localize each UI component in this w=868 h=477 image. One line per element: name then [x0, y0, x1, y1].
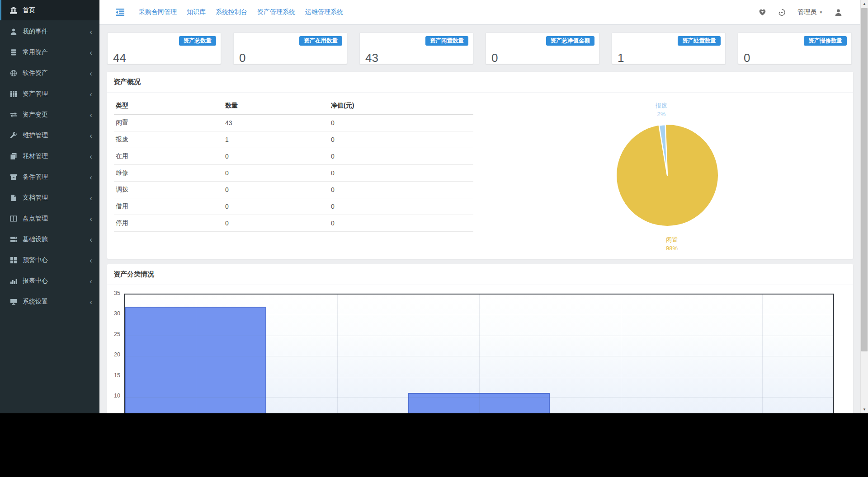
stat-card-3: 资产总净值金额0 — [486, 33, 599, 64]
sidebar-item-1[interactable]: 常用资产‹ — [0, 42, 99, 63]
sidebar-item-9[interactable]: 盘点管理‹ — [0, 208, 99, 229]
pie-chart — [616, 124, 718, 226]
pie-label-scrapped: 报废2% — [637, 101, 686, 118]
chevron-left-icon: ‹ — [90, 277, 92, 285]
sidebar-item-label: 软件资产 — [23, 69, 48, 77]
column-header: 数量 — [223, 99, 329, 114]
y-axis-tick-label: 25 — [103, 331, 120, 337]
nav-link-0[interactable]: 采购合同管理 — [139, 8, 177, 16]
nav-link-3[interactable]: 资产管理系统 — [257, 8, 295, 16]
column-header: 类型 — [114, 99, 223, 114]
table-cell: 报废 — [114, 131, 223, 148]
user-menu[interactable]: 管理员 ▼ — [797, 8, 823, 16]
heart-care-icon[interactable] — [759, 9, 766, 16]
sidebar-item-8[interactable]: 文档管理‹ — [0, 187, 99, 208]
table-cell: 0 — [223, 215, 329, 232]
sidebar-item-11[interactable]: 预警中心‹ — [0, 250, 99, 271]
asset-status-pie-chart: 报废2% 闲置98% — [604, 97, 736, 255]
sync-icon[interactable] — [778, 9, 786, 16]
table-cell: 0 — [223, 198, 329, 215]
table-cell: 0 — [223, 165, 329, 182]
stat-card-4: 资产处置数量1 — [612, 33, 726, 64]
sidebar-item-2[interactable]: 软件资产‹ — [0, 63, 99, 84]
table-cell: 0 — [329, 198, 473, 215]
exchange-icon — [10, 111, 17, 118]
database-icon — [10, 49, 17, 56]
sidebar-item-label: 预警中心 — [23, 256, 48, 264]
table-cell: 1 — [223, 131, 329, 148]
y-axis-tick-label: 35 — [103, 290, 120, 296]
nav-link-2[interactable]: 系统控制台 — [216, 8, 247, 16]
stat-card-1: 资产在用数量0 — [233, 33, 347, 64]
sidebar-item-home[interactable]: 首页 — [0, 0, 99, 20]
pie-label-percent: 98% — [647, 244, 697, 253]
stat-card-header: 资产闲置数量 — [360, 33, 473, 49]
scrollbar-thumb[interactable] — [861, 8, 868, 351]
sidebar-item-13[interactable]: 系统设置‹ — [0, 291, 99, 312]
sidebar-item-6[interactable]: 耗材管理‹ — [0, 146, 99, 167]
scroll-up-arrow-icon[interactable]: ▲ — [861, 0, 868, 8]
chevron-left-icon: ‹ — [90, 70, 92, 77]
navbar-right: 管理员 ▼ — [759, 8, 842, 16]
scroll-down-arrow-icon[interactable]: ▼ — [861, 406, 868, 413]
user-icon — [10, 28, 17, 35]
th-large-icon — [10, 257, 17, 264]
vertical-gridline — [337, 295, 338, 413]
bank-icon — [10, 7, 17, 14]
user-menu-label: 管理员 — [797, 8, 816, 16]
stat-card-badge: 资产在用数量 — [299, 36, 342, 46]
chevron-left-icon: ‹ — [90, 194, 92, 202]
chevron-left-icon: ‹ — [90, 28, 92, 36]
sidebar-item-label: 报表中心 — [23, 277, 48, 285]
stat-card-header: 资产在用数量 — [234, 33, 347, 49]
file-icon — [10, 194, 17, 201]
user-avatar-icon[interactable] — [835, 9, 842, 16]
sidebar-item-4[interactable]: 资产变更‹ — [0, 104, 99, 125]
nav-link-4[interactable]: 运维管理系统 — [305, 8, 343, 16]
stat-card-header: 资产处置数量 — [612, 33, 725, 49]
horizontal-gridline — [125, 315, 833, 315]
table-row: 报废10 — [114, 131, 473, 148]
outdent-icon[interactable] — [116, 9, 124, 16]
y-axis-tick-label: 10 — [103, 393, 120, 399]
panel-title: 资产概况 — [107, 72, 853, 92]
vertical-scrollbar[interactable]: ▲ ▼ — [860, 0, 868, 413]
panel-header: 资产分类情况 — [107, 264, 853, 285]
sidebar-item-5[interactable]: 维护管理‹ — [0, 125, 99, 146]
table-cell: 43 — [223, 114, 329, 131]
vertical-gridline — [621, 295, 621, 413]
desktop-icon — [10, 298, 17, 305]
stat-card-value: 1 — [612, 49, 725, 67]
table-cell: 0 — [223, 182, 329, 198]
table-row: 调拨00 — [114, 182, 473, 198]
y-axis-tick-label: 30 — [103, 310, 120, 317]
sidebar-item-12[interactable]: 报表中心‹ — [0, 271, 99, 291]
panel-header: 资产概况 — [107, 72, 853, 93]
sidebar-item-label: 文档管理 — [23, 194, 48, 202]
asset-overview-table: 类型数量净值(元)闲置430报废10在用00维修00调拨00借用00停用00 — [114, 99, 473, 232]
sidebar-item-7[interactable]: 备件管理‹ — [0, 167, 99, 187]
asset-category-panel: 资产分类情况 353025201510 — [107, 264, 853, 413]
sidebar-item-label: 我的事件 — [23, 28, 48, 36]
table-cell: 0 — [329, 215, 473, 232]
sidebar-item-label: 盘点管理 — [23, 215, 48, 223]
chevron-left-icon: ‹ — [90, 132, 92, 140]
stat-card-header: 资产总净值金额 — [486, 33, 599, 49]
plot-area — [124, 294, 834, 413]
table-row: 维修00 — [114, 165, 473, 182]
stat-card-badge: 资产总净值金额 — [546, 36, 595, 46]
horizontal-gridline — [125, 397, 833, 398]
sidebar-item-0[interactable]: 我的事件‹ — [0, 21, 99, 42]
columns-icon — [10, 215, 17, 222]
table-cell: 0 — [329, 114, 473, 131]
chevron-left-icon: ‹ — [90, 298, 92, 306]
globe-icon — [10, 70, 17, 77]
nav-link-1[interactable]: 知识库 — [187, 8, 206, 16]
caret-down-icon: ▼ — [819, 10, 823, 14]
chevron-left-icon: ‹ — [90, 90, 92, 98]
stat-card-2: 资产闲置数量43 — [359, 33, 473, 64]
sidebar-item-10[interactable]: 基础设施‹ — [0, 229, 99, 250]
chevron-left-icon: ‹ — [90, 215, 92, 223]
sidebar-item-label: 资产管理 — [23, 90, 48, 98]
sidebar-item-3[interactable]: 资产管理‹ — [0, 84, 99, 104]
